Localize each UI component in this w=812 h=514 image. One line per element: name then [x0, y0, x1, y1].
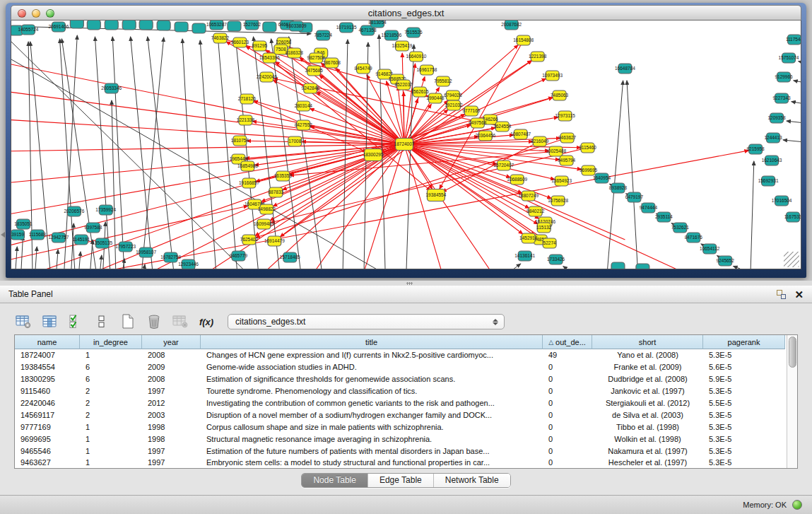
close-button[interactable]	[18, 9, 26, 18]
graph-node[interactable]: 9474444	[640, 203, 658, 213]
graph-node[interactable]: 17008	[288, 136, 302, 146]
graph-node[interactable]: 17957223	[115, 242, 136, 252]
graph-node[interactable]: 1810754	[231, 136, 249, 146]
graph-node[interactable]: 2935114	[655, 212, 673, 222]
graph-node[interactable]: 1527602	[243, 21, 261, 30]
graph-node[interactable]: 10654112	[700, 244, 720, 254]
scrollbar-thumb[interactable]	[789, 337, 796, 368]
select-columns-icon[interactable]	[40, 313, 59, 331]
table-row[interactable]: 946362711997Embryonic stem cells: a mode…	[15, 457, 787, 468]
graph-node[interactable]: 9463627	[558, 133, 577, 143]
graph-node[interactable]: 15218506	[382, 30, 402, 40]
graph-node[interactable]: 20053346	[101, 83, 122, 93]
graph-node[interactable]: 1733426	[547, 255, 565, 264]
graph-node[interactable]: 3624554	[493, 122, 512, 132]
graph-node[interactable]: 39159	[11, 230, 24, 240]
table-row[interactable]: 2242004622012Investigating the contribut…	[15, 397, 787, 409]
graph-node[interactable]: 18300295	[363, 149, 384, 161]
graph-node[interactable]: 18325419	[392, 41, 413, 51]
splitter-handle-icon[interactable]	[406, 282, 413, 285]
graph-node[interactable]: 20364456	[475, 131, 495, 141]
float-panel-icon[interactable]	[777, 290, 786, 299]
graph-node[interactable]: 891295	[252, 41, 268, 51]
panel-collapse-arrow-icon[interactable]	[1, 232, 5, 238]
column-header-pagerank[interactable]: pagerank	[703, 335, 785, 349]
graph-node[interactable]	[263, 22, 276, 32]
graph-node[interactable]: 8427552	[295, 120, 313, 130]
graph-node[interactable]: 2803144	[295, 101, 313, 111]
tab-network-table[interactable]: Network Table	[434, 474, 510, 487]
graph-node[interactable]: 10653287	[206, 21, 227, 30]
graph-node[interactable]: 9227343	[772, 93, 791, 103]
graph-node[interactable]	[139, 21, 153, 30]
network-window-titlebar[interactable]: citations_edges.txt	[11, 5, 801, 21]
graph-node[interactable]: 10958107	[136, 247, 156, 257]
graph-node[interactable]: 10756928	[548, 196, 568, 206]
graph-node[interactable]: 8186328	[286, 48, 304, 58]
tab-edge-table[interactable]: Edge Table	[368, 474, 434, 487]
delete-table-icon[interactable]	[145, 313, 163, 331]
column-header-year[interactable]: year	[142, 335, 201, 349]
graph-node[interactable]: 12973115	[555, 111, 575, 121]
network-window[interactable]: citations_edges.txt 18724007140557242069…	[6, 3, 806, 278]
graph-node[interactable]: 7955812	[434, 76, 452, 86]
graph-node[interactable]: 2867608	[323, 58, 341, 68]
row-height-icon[interactable]	[93, 313, 111, 331]
graph-node[interactable]: 6479197	[625, 192, 644, 202]
graph-node[interactable]: 52274	[543, 238, 556, 248]
graph-node[interactable]: 8454749	[354, 64, 372, 74]
graph-node[interactable]: 2718126	[238, 94, 257, 104]
graph-node[interactable]: 1221338	[237, 115, 255, 125]
graph-node[interactable]: 3475685	[305, 66, 324, 76]
graph-node[interactable]: 1167533	[784, 212, 801, 222]
graph-node[interactable]: 1209358	[767, 113, 786, 123]
graph-node[interactable]: 17016504	[772, 196, 792, 206]
graph-node[interactable]: 8938928	[609, 183, 628, 193]
column-header-name[interactable]: name	[15, 335, 80, 349]
graph-node[interactable]: 6497568	[469, 118, 487, 128]
graph-node[interactable]	[228, 21, 241, 31]
graph-node[interactable]: 1244413	[764, 133, 782, 143]
graph-node[interactable]: 16961758	[417, 65, 437, 75]
graph-node[interactable]: 1835051	[14, 219, 33, 229]
graph-node[interactable]: 10807487	[510, 129, 531, 139]
select-rows-icon[interactable]	[66, 313, 85, 331]
graph-node[interactable]	[636, 264, 649, 269]
graph-node[interactable]	[105, 21, 118, 30]
table-row[interactable]: 911546021997Tourette syndrome. Phenomeno…	[15, 385, 787, 397]
table-row[interactable]: 1872400712008Changes of HCN gene express…	[15, 349, 787, 361]
network-svg[interactable]: 1872400714055724206914061065328715276026…	[11, 21, 801, 269]
graph-node[interactable]: 15718485	[280, 252, 300, 262]
graph-node[interactable]: 9115460	[579, 143, 596, 153]
tab-node-table[interactable]: Node Table	[302, 474, 368, 487]
graph-node[interactable]	[192, 23, 206, 33]
graph-node[interactable]	[157, 21, 170, 30]
graph-node[interactable]: 9465779	[230, 251, 248, 261]
graph-node[interactable]: 19166857	[239, 178, 259, 188]
graph-node[interactable]: 1640954	[593, 173, 611, 183]
graph-node[interactable]: 9129966	[775, 72, 793, 82]
graph-node[interactable]: 15692931	[758, 176, 779, 186]
graph-node[interactable]: 9495794	[558, 156, 576, 165]
resize-grip-icon[interactable]	[784, 252, 799, 267]
graph-node[interactable]: 19384554	[426, 189, 447, 201]
graph-node[interactable]: 9777169	[462, 106, 481, 116]
zoom-button[interactable]	[46, 9, 54, 18]
column-header-in_degree[interactable]: in_degree	[80, 335, 142, 349]
table-row[interactable]: 969969511998Structural magnetic resonanc…	[15, 433, 787, 445]
graph-node[interactable]: 7485063	[551, 90, 569, 100]
graph-node[interactable]: 14136141	[514, 251, 535, 261]
graph-node[interactable]	[122, 21, 136, 30]
graph-node[interactable]: 16648784	[615, 64, 635, 74]
graph-node[interactable]: 8471676	[685, 233, 703, 243]
graph-node[interactable]: 1452918	[519, 233, 538, 243]
graph-node[interactable]: 7463822	[211, 33, 230, 43]
column-header-out_de[interactable]: △out_de...	[543, 335, 592, 349]
graph-node[interactable]: 16782759	[160, 252, 181, 262]
graph-node[interactable]: 16154808	[513, 35, 534, 45]
graph-node[interactable]: 9245652	[717, 256, 735, 266]
graph-node[interactable]: 9660123	[231, 37, 249, 47]
graph-node[interactable]: 9840212	[526, 206, 545, 216]
table-row[interactable]: 1938455462009Genome-wide association stu…	[15, 361, 787, 373]
graph-node[interactable]: 8813054	[368, 21, 387, 28]
